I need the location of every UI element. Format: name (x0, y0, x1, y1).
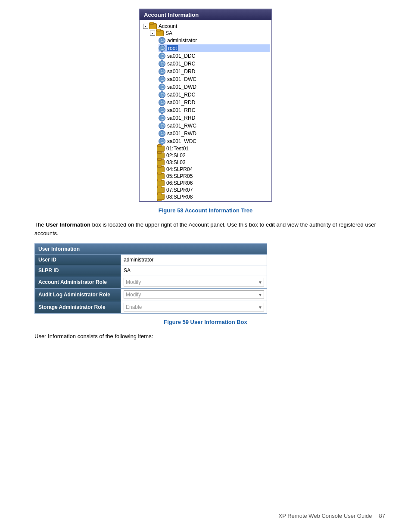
tree-row-user[interactable]: sa001_RRC (159, 106, 270, 114)
user-info-header-row: User Information (35, 244, 267, 255)
tree-item-user: sa001_WDC (159, 137, 270, 145)
user-info-row-label: User ID (35, 255, 121, 265)
tree-item-user: sa001_RWC (159, 122, 270, 130)
tree-item-user: sa001_DRC (159, 60, 270, 68)
folder-icon-group (157, 201, 165, 201)
tree-row-group[interactable]: 09:SLPR09 (150, 200, 270, 201)
tree-row-user[interactable]: sa001_RRD (159, 114, 270, 122)
user-info-row-value: administrator (121, 255, 267, 265)
tree-item-user: sa001_DRD (159, 68, 270, 75)
folder-icon-group (157, 152, 165, 159)
role-dropdown[interactable]: Modify (124, 290, 264, 299)
account-info-header: Account Information (140, 9, 271, 20)
tree-item-group: 09:SLPR09 (150, 200, 270, 201)
folder-icon-group (157, 166, 165, 172)
tree-row-group[interactable]: 03:SL03 (150, 159, 270, 166)
tree-row-user[interactable]: sa001_DRD (159, 68, 270, 75)
role-dropdown[interactable]: Modify (124, 278, 264, 286)
tree-row-user[interactable]: administrator (159, 37, 270, 44)
user-info-row: User IDadministrator (35, 255, 267, 265)
tree-label-group: 02:SL02 (166, 152, 186, 159)
expand-icon-sa[interactable]: - (150, 31, 155, 36)
tree-row-user[interactable]: sa001_RWC (159, 122, 270, 130)
user-icon (159, 76, 165, 83)
description-text: The User Information box is located on t… (34, 221, 377, 237)
tree-row-user[interactable]: sa001_DWD (159, 83, 270, 91)
tree-label-user: sa001_RRD (167, 115, 195, 121)
tree-row-group[interactable]: 06:SLPR06 (150, 180, 270, 187)
user-icon (159, 60, 165, 67)
tree-row-account[interactable]: - Account (143, 23, 270, 30)
user-icon (159, 68, 165, 75)
expand-icon-account[interactable]: - (143, 24, 148, 29)
tree-row-user[interactable]: sa001_DRC (159, 60, 270, 68)
user-info-row-value[interactable]: Enable▼ (121, 301, 267, 314)
tree-label-group: 01:Test01 (166, 146, 189, 152)
tree-item-user: sa001_RWD (159, 130, 270, 137)
tree-item-sa: - SA administratorrootsa001_DDCsa001_DRC… (150, 30, 270, 145)
tree-item-group: 07:SLPR07 (150, 187, 270, 193)
tree-label-user: root (167, 45, 178, 51)
tree-item-group: 01:Test01 (150, 145, 270, 152)
tree-item-user: root (159, 44, 270, 52)
user-info-row-label: Audit Log Administrator Role (35, 289, 121, 301)
tree-label-user: sa001_RWC (167, 123, 196, 129)
user-info-row-value[interactable]: Modify▼ (121, 289, 267, 301)
tree-item-group: 04:SLPR04 (150, 166, 270, 173)
tree-label-account: Account (159, 23, 177, 29)
tree-label-user: sa001_DDC (167, 53, 195, 59)
tree-row-group[interactable]: 01:Test01 (150, 145, 270, 152)
tree-label-user: sa001_RDC (167, 92, 195, 98)
select-wrapper: Modify▼ (124, 278, 264, 286)
tree-label-user: sa001_RWD (167, 131, 196, 137)
description-bold: User Information (46, 221, 90, 228)
tree-row-group[interactable]: 05:SLPR05 (150, 173, 270, 180)
tree-label-group: 06:SLPR06 (166, 180, 193, 186)
role-dropdown[interactable]: Enable (124, 303, 264, 311)
tree-row-user[interactable]: sa001_RDC (159, 91, 270, 99)
folder-icon-group (157, 159, 165, 165)
user-icon (159, 138, 165, 145)
tree-row-user[interactable]: root (159, 44, 270, 52)
tree-label-group: 05:SLPR05 (166, 173, 193, 179)
user-icon (159, 53, 165, 59)
tree-label-user: administrator (167, 37, 197, 44)
footer-page: 87 (379, 513, 385, 519)
tree-item-group: 05:SLPR05 (150, 173, 270, 180)
tree-row-group[interactable]: 02:SL02 (150, 152, 270, 159)
tree-item-group: 03:SL03 (150, 159, 270, 166)
tree-label-user: sa001_DWC (167, 76, 196, 82)
user-icon (159, 84, 165, 90)
folder-icon-group (157, 194, 165, 200)
user-info-row: Audit Log Administrator RoleModify▼ (35, 289, 267, 301)
tree-row-user[interactable]: sa001_RWD (159, 130, 270, 137)
tree-row-group[interactable]: 07:SLPR07 (150, 187, 270, 193)
account-info-box: Account Information - Account - SA (139, 9, 272, 202)
tree-row-sa[interactable]: - SA (150, 30, 270, 37)
tree-label-user: sa001_DRC (167, 61, 195, 67)
tree-label-user: sa001_RDD (167, 100, 195, 106)
tree-item-user: administrator (159, 37, 270, 44)
tree-item-user: sa001_DWD (159, 83, 270, 91)
user-info-row-label: Account Administrator Role (35, 276, 121, 289)
figure59-caption: Figure 59 User Information Box (34, 319, 377, 325)
tree-label-sa: SA (165, 30, 172, 36)
tree-row-user[interactable]: sa001_WDC (159, 137, 270, 145)
user-info-tbody: User IDadministratorSLPR IDSAAccount Adm… (35, 255, 267, 314)
tree-item-user: sa001_RRD (159, 114, 270, 122)
user-icon (159, 115, 165, 121)
tree-item-user: sa001_DDC (159, 52, 270, 60)
account-info-tree-body[interactable]: - Account - SA administratorrootsa001_DD… (140, 20, 271, 201)
user-icon (159, 122, 165, 129)
tree-item-group: 08:SLPR08 (150, 193, 270, 200)
page-footer: XP Remote Web Console User Guide 87 (279, 513, 385, 519)
tree-row-user[interactable]: sa001_RDD (159, 99, 270, 106)
folder-icon-sa (156, 30, 164, 36)
user-icon (159, 99, 165, 106)
tree-row-user[interactable]: sa001_DWC (159, 75, 270, 83)
folder-icon-group (157, 173, 165, 179)
user-info-row-value[interactable]: Modify▼ (121, 276, 267, 289)
tree-row-group[interactable]: 04:SLPR04 (150, 166, 270, 173)
tree-row-user[interactable]: sa001_DDC (159, 52, 270, 60)
tree-row-group[interactable]: 08:SLPR08 (150, 193, 270, 200)
